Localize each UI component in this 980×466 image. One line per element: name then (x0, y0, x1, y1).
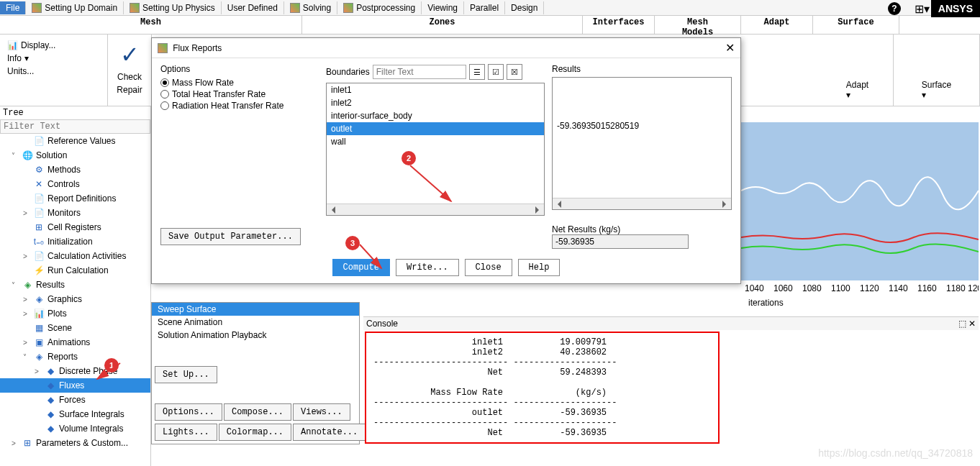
colormap-button[interactable]: Colormap... (219, 424, 291, 441)
ribbon-tab-physics[interactable]: Setting Up Physics (124, 1, 222, 14)
console-panel: Console ⬚ ✕ inlet1 19.009791 inlet2 40.2… (363, 316, 979, 465)
ribbon-sections: Mesh Zones Interfaces Mesh Models Adapt … (0, 16, 980, 35)
tree-item-forces[interactable]: ◆Forces (0, 393, 150, 407)
physics-icon (130, 3, 140, 13)
ribbon-tab-solving[interactable]: Solving (284, 1, 337, 14)
boundaries-list[interactable]: inlet1inlet2interior-surface_bodyoutletw… (326, 83, 545, 216)
mid-item-sweep-surface[interactable]: Sweep Surface (152, 303, 359, 316)
ribbon-tab-domain[interactable]: Setting Up Domain (26, 1, 124, 14)
filter-toggle-icon[interactable]: ☰ (469, 64, 485, 80)
domain-icon (32, 3, 42, 13)
boundary-interior-surface_body[interactable]: interior-surface_body (327, 109, 544, 122)
close-button[interactable]: Close (465, 259, 512, 276)
scrollbar[interactable] (327, 204, 544, 215)
mid-item-solution-animation-playback[interactable]: Solution Animation Playback (152, 329, 359, 342)
flux-reports-dialog: Flux Reports ✕ Options Mass Flow Rate To… (151, 37, 741, 284)
console-title: Console (366, 319, 398, 329)
tree-item-volume-integrals[interactable]: ◆Volume Integrals (0, 421, 150, 436)
tree-panel: Tree 📄Reference Values˅🌐Solution ⚙Method… (0, 106, 151, 466)
boundary-outlet[interactable]: outlet (327, 122, 544, 135)
boundaries-filter[interactable] (373, 65, 466, 79)
svg-text:1100: 1100 (831, 283, 850, 293)
compose-button[interactable]: Compose... (224, 403, 291, 421)
ansys-logo: ANSYS (931, 0, 980, 17)
results-value: -59.36935015280519 (557, 121, 639, 131)
compute-button[interactable]: Compute (332, 259, 390, 276)
tree-item-graphics[interactable]: >◈Graphics (0, 292, 150, 306)
ribbon-tab-file[interactable]: File (0, 1, 26, 14)
section-adapt: Adapt (741, 16, 813, 34)
ribbon-tab-viewing[interactable]: Viewing (422, 1, 464, 14)
svg-text:1180: 1180 (946, 283, 966, 293)
tree-item-scene[interactable]: ▦Scene (0, 321, 150, 335)
tree-item-reports[interactable]: ˅◈Reports (0, 350, 150, 364)
tree-item-results[interactable]: ˅◈Results (0, 278, 150, 292)
surface-dropdown[interactable]: Surface▾ (922, 80, 951, 100)
tree-title: Tree (0, 106, 150, 119)
solving-icon (290, 3, 300, 13)
setup-button[interactable]: Set Up... (155, 366, 217, 383)
svg-text:1160: 1160 (917, 283, 937, 293)
mid-item-scene-animation[interactable]: Scene Animation (152, 316, 359, 329)
check-button[interactable]: Check (117, 72, 142, 82)
tree-item-report-definitions[interactable]: 📄Report Definitions (0, 191, 150, 206)
tree-item-fluxes[interactable]: ◆Fluxes (0, 378, 150, 393)
tree-item-reference-values[interactable]: 📄Reference Values (0, 134, 150, 148)
boundary-wall[interactable]: wall (327, 135, 544, 148)
tree-item-calculation-activities[interactable]: >📄Calculation Activities (0, 249, 150, 263)
option-mass-flow-rate[interactable]: Mass Flow Rate (160, 77, 319, 88)
adapt-dropdown[interactable]: Adapt▾ (846, 80, 868, 100)
option-total-heat-transfer-rate[interactable]: Total Heat Transfer Rate (160, 88, 319, 100)
units-button[interactable]: Units... (7, 66, 100, 76)
dialog-icon (158, 43, 168, 53)
check-icon: ✓ (115, 40, 144, 69)
tree-item-plots[interactable]: >📊Plots (0, 306, 150, 321)
tree-item-cell-registers[interactable]: ⊞Cell Registers (0, 220, 150, 234)
options-label: Options (160, 64, 319, 74)
chart-area: 104010601080 110011201140 116011801200 i… (741, 122, 979, 309)
deselect-all-icon[interactable]: ☒ (507, 64, 522, 80)
section-surface: Surface (813, 16, 899, 34)
section-interfaces: Interfaces (583, 16, 655, 34)
save-output-button[interactable]: Save Output Parameter... (160, 228, 301, 245)
tree-filter-input[interactable] (0, 119, 150, 134)
ribbon-tab-design[interactable]: Design (505, 1, 544, 14)
tree-item-monitors[interactable]: >📄Monitors (0, 206, 150, 220)
lights-button[interactable]: Lights... (155, 424, 217, 441)
option-radiation-heat-transfer-rate[interactable]: Radiation Heat Transfer Rate (160, 100, 319, 111)
display-button[interactable]: 📊 Display... (7, 40, 100, 50)
annotate-button[interactable]: Annotate... (293, 424, 366, 441)
tree-item-discrete-phase[interactable]: >◆Discrete Phase (0, 364, 150, 378)
layout-icon[interactable]: ⊞▾ (915, 2, 930, 16)
tree-item-run-calculation[interactable]: ⚡Run Calculation (0, 263, 150, 278)
options-button[interactable]: Options... (155, 403, 222, 421)
scrollbar[interactable] (553, 198, 731, 209)
watermark: https://blog.csdn.net/qq_34720818 (818, 447, 973, 459)
repair-button[interactable]: Repair (117, 85, 142, 95)
views-button[interactable]: Views... (293, 403, 350, 421)
dialog-title-text: Flux Reports (173, 43, 222, 53)
tree-item-surface-integrals[interactable]: ◆Surface Integrals (0, 407, 150, 421)
ribbon-tab-post[interactable]: Postprocessing (337, 1, 422, 14)
tree-item-methods[interactable]: ⚙Methods (0, 163, 150, 177)
tree-item-solution[interactable]: ˅🌐Solution (0, 148, 150, 163)
close-icon[interactable]: ✕ (725, 41, 735, 55)
ribbon-tab-userdef[interactable]: User Defined (222, 1, 284, 14)
tree-item-initialization[interactable]: t₌₀Initialization (0, 234, 150, 249)
info-button[interactable]: Info ▾ (7, 53, 100, 63)
boundary-inlet1[interactable]: inlet1 (327, 83, 544, 96)
select-all-icon[interactable]: ☑ (488, 64, 504, 80)
help-icon[interactable]: ? (888, 2, 901, 15)
ribbon-tab-parallel[interactable]: Parallel (464, 1, 505, 14)
help-button[interactable]: Help (518, 259, 561, 276)
svg-text:1080: 1080 (802, 283, 822, 293)
tree-item-controls[interactable]: ✕Controls (0, 177, 150, 191)
tree-item-animations[interactable]: >▣Animations (0, 335, 150, 350)
write-button[interactable]: Write... (396, 259, 459, 276)
tree-item-parameters-custom-[interactable]: >⊞Parameters & Custom... (0, 436, 150, 450)
console-output: inlet1 19.009791 inlet2 40.238602 ------… (365, 332, 720, 444)
net-results-field (552, 234, 689, 249)
boundary-inlet2[interactable]: inlet2 (327, 96, 544, 109)
residual-chart: 104010601080 110011201140 116011801200 i… (741, 122, 979, 309)
console-controls[interactable]: ⬚ ✕ (958, 319, 976, 329)
